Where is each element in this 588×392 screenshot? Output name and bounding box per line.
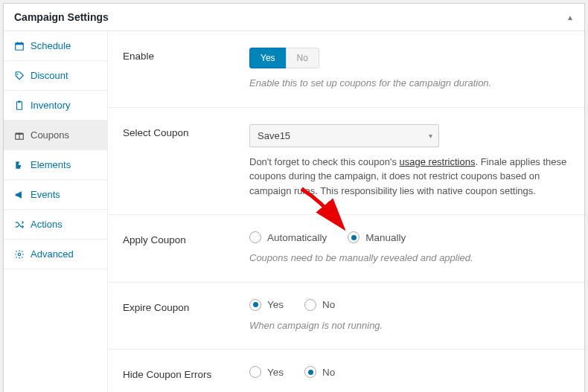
enable-help: Enable this to set up coupons for the ca… xyxy=(249,76,569,91)
sidebar-item-label: Elements xyxy=(31,159,71,170)
expire-no-radio[interactable]: No xyxy=(304,299,335,311)
collapse-icon[interactable]: ▲ xyxy=(566,13,574,22)
radio-icon xyxy=(348,231,359,243)
field-enable: Enable Yes No Enable this to set up coup… xyxy=(108,31,584,108)
sidebar-item-label: Schedule xyxy=(31,40,71,51)
radio-icon xyxy=(304,299,316,311)
hide-errors-no-radio[interactable]: No xyxy=(304,366,335,378)
coupon-select[interactable]: Save15 xyxy=(249,124,439,147)
expire-coupon-help: When campaign is not running. xyxy=(249,318,569,333)
campaign-settings-panel: Campaign Settings ▲ Schedule Discount xyxy=(3,3,585,392)
apply-auto-label: Automatically xyxy=(267,232,327,243)
radio-icon xyxy=(249,366,261,378)
sidebar-item-discount[interactable]: Discount xyxy=(4,61,107,91)
coupon-select-value: Save15 xyxy=(258,130,290,141)
enable-no-button[interactable]: No xyxy=(286,48,319,68)
expire-yes-label: Yes xyxy=(267,299,284,310)
shuffle-icon xyxy=(14,219,25,230)
radio-icon xyxy=(249,231,261,243)
sidebar-item-inventory[interactable]: Inventory xyxy=(4,91,107,121)
sidebar-item-label: Inventory xyxy=(31,100,70,111)
field-expire-coupon: Expire Coupon Yes No When campaign is no… xyxy=(108,283,584,350)
tag-icon xyxy=(14,71,25,81)
hide-errors-no-label: No xyxy=(322,367,335,378)
sidebar: Schedule Discount Inventory Coupons xyxy=(4,31,108,392)
gear-icon xyxy=(14,249,25,260)
puzzle-icon xyxy=(14,160,25,170)
sidebar-item-schedule[interactable]: Schedule xyxy=(4,31,107,61)
svg-rect-6 xyxy=(18,100,21,102)
hide-errors-yes-radio[interactable]: Yes xyxy=(249,366,284,378)
sidebar-item-label: Advanced xyxy=(31,248,74,260)
sidebar-item-advanced[interactable]: Advanced xyxy=(4,240,107,269)
usage-restrictions-link[interactable]: usage restrictions xyxy=(400,156,476,167)
apply-coupon-help: Coupons need to be manually revealed and… xyxy=(249,251,569,266)
svg-rect-1 xyxy=(16,42,24,44)
expire-yes-radio[interactable]: Yes xyxy=(249,299,284,311)
field-hide-errors: Hide Coupon Errors Yes No xyxy=(108,350,584,392)
sidebar-item-label: Coupons xyxy=(31,129,69,141)
radio-icon xyxy=(304,366,316,378)
sidebar-item-coupons[interactable]: Coupons xyxy=(4,121,107,150)
hide-errors-yes-label: Yes xyxy=(267,367,284,378)
field-apply-coupon: Apply Coupon Automatically Manually Coup… xyxy=(108,215,584,283)
sidebar-item-elements[interactable]: Elements xyxy=(4,150,107,180)
svg-point-10 xyxy=(18,253,21,256)
svg-rect-5 xyxy=(17,101,22,109)
sidebar-item-label: Discount xyxy=(31,70,68,81)
apply-manual-label: Manually xyxy=(365,232,406,243)
svg-point-4 xyxy=(17,73,19,74)
sidebar-item-actions[interactable]: Actions xyxy=(4,210,107,240)
apply-auto-radio[interactable]: Automatically xyxy=(249,231,327,243)
content-area: Enable Yes No Enable this to set up coup… xyxy=(108,31,584,392)
panel-body: Schedule Discount Inventory Coupons xyxy=(4,31,584,392)
gift-icon xyxy=(14,130,25,141)
select-coupon-desc: Don't forget to check this coupon's usag… xyxy=(249,155,569,199)
calendar-icon xyxy=(14,41,25,51)
field-select-coupon: Select Coupon Save15 Don't forget to che… xyxy=(108,108,584,216)
clipboard-icon xyxy=(14,100,25,111)
select-coupon-label: Select Coupon xyxy=(123,124,249,138)
apply-manual-radio[interactable]: Manually xyxy=(348,231,406,243)
panel-header[interactable]: Campaign Settings ▲ xyxy=(4,4,584,31)
enable-yes-button[interactable]: Yes xyxy=(249,48,286,68)
megaphone-icon xyxy=(14,190,25,200)
expire-coupon-label: Expire Coupon xyxy=(123,299,249,313)
sidebar-item-events[interactable]: Events xyxy=(4,180,107,210)
hide-errors-label: Hide Coupon Errors xyxy=(123,366,249,380)
panel-title: Campaign Settings xyxy=(14,11,109,23)
apply-coupon-label: Apply Coupon xyxy=(123,231,249,245)
enable-label: Enable xyxy=(123,48,249,62)
radio-icon xyxy=(249,299,261,311)
sidebar-item-label: Actions xyxy=(31,219,63,230)
expire-no-label: No xyxy=(322,299,335,310)
sidebar-item-label: Events xyxy=(31,189,60,200)
enable-toggle: Yes No xyxy=(249,48,319,68)
